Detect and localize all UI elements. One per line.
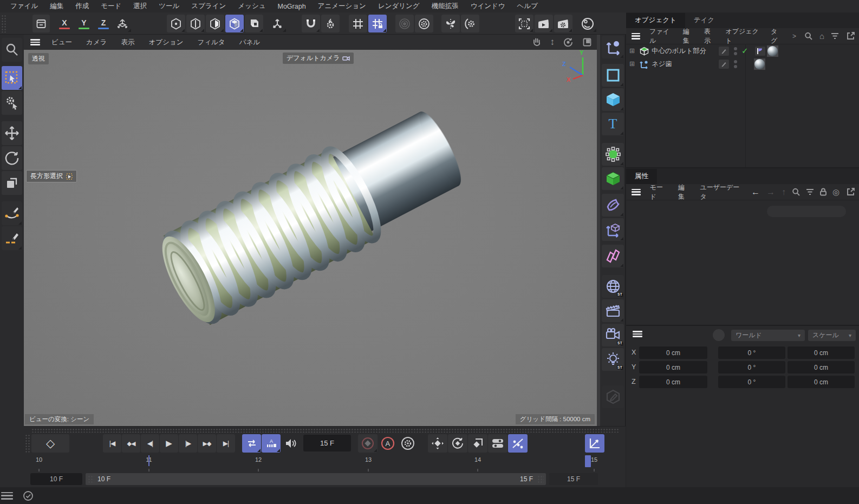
menu-file[interactable]: ファイル [4, 0, 44, 12]
autokey-mini-button[interactable]: A [262, 434, 281, 453]
material-tag[interactable] [754, 58, 765, 70]
menu-tools[interactable]: ツール [153, 0, 185, 12]
menu-window[interactable]: ウインドウ [465, 0, 511, 12]
timeline-editor-button[interactable] [585, 434, 604, 453]
primitive-cube-button[interactable] [602, 88, 624, 111]
snap-settings-button[interactable] [321, 15, 340, 32]
camera-label-chip[interactable]: デフォルトカメラ [283, 53, 354, 64]
attribute-hamburger-icon[interactable] [632, 189, 641, 195]
scale-tool[interactable] [2, 171, 22, 195]
menu-select[interactable]: 選択 [127, 0, 153, 12]
grid-button[interactable] [349, 15, 367, 32]
attribute-empty-field[interactable] [767, 206, 846, 217]
play-button[interactable]: ▶ [160, 434, 178, 453]
quantize-button[interactable] [368, 15, 387, 32]
expand-icon[interactable]: ⊞ [629, 60, 637, 68]
attr-filter-icon[interactable] [803, 188, 817, 195]
object-name[interactable]: 中心のボルト部分 [652, 47, 719, 56]
current-frame-field[interactable]: 15 F [303, 435, 351, 451]
attr-menu-userdata[interactable]: ユーザーデータ [695, 183, 748, 201]
next-key-button[interactable]: ▶◆ [198, 434, 216, 453]
menu-extensions[interactable]: 機能拡張 [426, 0, 465, 12]
visibility-dots[interactable] [734, 60, 737, 68]
vp-menu-camera[interactable]: カメラ [79, 38, 114, 47]
object-row-bolt[interactable]: ⊞ 中心のボルト部分 ✓ [626, 44, 859, 57]
attr-lock-icon[interactable] [817, 188, 830, 196]
tweak-tool[interactable] [2, 91, 22, 115]
tab-attributes[interactable]: 属性 [626, 169, 657, 184]
camera-object-button[interactable]: ST [602, 324, 624, 346]
record-keyframe-button[interactable] [358, 434, 378, 453]
om-menu-objects[interactable]: オブジェクト [720, 27, 766, 45]
range-slider[interactable]: 10 F 15 F [86, 473, 546, 485]
menu-mode[interactable]: モード [95, 0, 127, 12]
attr-up-icon[interactable]: ↑ [778, 187, 789, 197]
sky-object-button[interactable]: ST [602, 275, 624, 298]
coord-z-scale-field[interactable]: 0 cm [788, 376, 855, 388]
instance-button[interactable] [602, 245, 624, 267]
key-pla-button[interactable] [508, 434, 528, 453]
symmetry-button[interactable] [441, 15, 460, 32]
object-row-thread[interactable]: ⊞ ネジ歯 [626, 57, 859, 70]
layout-box-button[interactable] [32, 15, 50, 32]
modeling-settings-button[interactable] [461, 15, 479, 32]
goto-start-button[interactable]: |◀ [103, 434, 121, 453]
workplane-settings-button[interactable] [415, 15, 433, 32]
camera-switch-icon[interactable] [342, 55, 350, 62]
axis-z-button[interactable]: Z [95, 15, 112, 32]
coord-y-scale-field[interactable]: 0 cm [788, 361, 855, 374]
om-home-icon[interactable]: ⌂ [816, 31, 828, 41]
goto-end-button[interactable]: ▶| [217, 434, 235, 453]
deformer-button[interactable] [602, 194, 624, 217]
vp-menu-display[interactable]: 表示 [114, 38, 141, 47]
subdivision-surface-button[interactable] [602, 143, 624, 166]
visibility-dots[interactable] [734, 47, 737, 55]
range-grip-right[interactable] [537, 475, 544, 483]
keyframe-button[interactable]: ◇ [31, 434, 69, 453]
om-menu-view[interactable]: 表示 [699, 27, 720, 45]
array-generator-button[interactable] [602, 167, 624, 190]
vp-menu-panel[interactable]: パネル [232, 38, 267, 47]
enable-axis-button[interactable] [268, 15, 287, 32]
menu-mograph[interactable]: MoGraph [272, 0, 312, 12]
om-menu-overflow[interactable]: > [788, 32, 801, 40]
rectangle-select-tool[interactable] [2, 66, 22, 90]
playhead[interactable] [585, 455, 591, 467]
status-check-icon[interactable] [23, 490, 34, 501]
om-filter-icon[interactable] [828, 32, 842, 40]
rotate-view-icon[interactable] [559, 37, 577, 47]
coord-x-scale-field[interactable]: 0 cm [788, 346, 855, 359]
coord-space-dropdown[interactable]: ワールド ▾ [731, 330, 805, 341]
attr-external-icon[interactable] [842, 188, 859, 196]
status-hamburger-icon[interactable] [1, 492, 13, 500]
autokey-button[interactable]: A [378, 434, 398, 453]
viewport-hamburger-icon[interactable] [30, 39, 40, 45]
prev-key-button[interactable]: ◆◀ [122, 434, 140, 453]
light-object-button[interactable]: ST [602, 348, 624, 371]
menu-animation[interactable]: アニメーション [312, 0, 372, 12]
coord-z-rot-field[interactable]: 0 ° [718, 376, 785, 388]
om-menu-tags[interactable]: タグ [766, 27, 788, 45]
range-grip-left[interactable] [88, 475, 94, 483]
key-rotation-button[interactable] [448, 434, 467, 453]
axis-x-button[interactable]: X [56, 15, 73, 32]
coordinate-system-button[interactable] [113, 15, 132, 32]
edit-toggle[interactable] [719, 60, 729, 69]
coord-x-pos-field[interactable]: 0 cm [639, 346, 707, 359]
coord-y-rot-field[interactable]: 0 ° [718, 361, 785, 374]
attr-record-icon[interactable]: ◎ [830, 187, 842, 197]
render-view-button[interactable] [535, 15, 553, 32]
key-parameter-button[interactable] [488, 434, 507, 453]
axis-y-button[interactable]: Y [75, 15, 93, 32]
sound-button[interactable] [281, 434, 300, 453]
toolbar-grip[interactable] [1, 15, 6, 32]
attr-back-icon[interactable]: ← [748, 187, 763, 197]
polygons-mode-button[interactable] [206, 15, 224, 32]
spline-pen-group-button[interactable] [602, 36, 624, 58]
coord-x-rot-field[interactable]: 0 ° [718, 346, 785, 359]
spline-pen-tool[interactable] [2, 201, 22, 225]
menu-render[interactable]: レンダリング [372, 0, 426, 12]
vp-menu-view[interactable]: ビュー [44, 38, 79, 47]
spline-primitive-button[interactable] [602, 64, 624, 87]
menu-spline[interactable]: スプライン [185, 0, 232, 12]
